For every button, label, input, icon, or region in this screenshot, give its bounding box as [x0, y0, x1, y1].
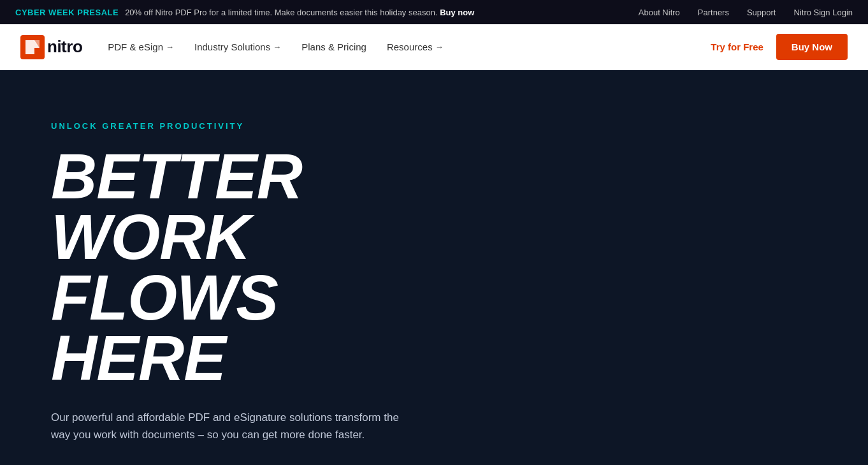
- industry-solutions-arrow-icon: →: [273, 42, 281, 52]
- buy-now-button[interactable]: Buy Now: [776, 34, 848, 60]
- hero-eyebrow: UNLOCK GREATER PRODUCTIVITY: [51, 121, 465, 131]
- logo-text: nitro: [47, 37, 82, 57]
- nav-links: PDF & eSign → Industry Solutions → Plans…: [108, 41, 443, 52]
- pdf-esign-arrow-icon: →: [166, 42, 174, 52]
- nav-link-plans-pricing[interactable]: Plans & Pricing: [301, 41, 366, 52]
- nitro-sign-login-link[interactable]: Nitro Sign Login: [794, 8, 853, 17]
- hero-section: UNLOCK GREATER PRODUCTIVITY BETTER WORK …: [0, 70, 868, 465]
- banner-right-links: About Nitro Partners Support Nitro Sign …: [639, 8, 853, 17]
- about-nitro-link[interactable]: About Nitro: [639, 8, 680, 17]
- nav-link-industry-solutions[interactable]: Industry Solutions →: [194, 41, 281, 52]
- nav-link-pdf-esign[interactable]: PDF & eSign →: [108, 41, 174, 52]
- partners-link[interactable]: Partners: [698, 8, 729, 17]
- top-banner: CYBER WEEK PRESALE 20% off Nitro PDF Pro…: [0, 0, 868, 24]
- cyber-week-label: CYBER WEEK PRESALE: [15, 8, 119, 17]
- hero-content: UNLOCK GREATER PRODUCTIVITY BETTER WORK …: [51, 121, 465, 465]
- banner-message: 20% off Nitro PDF Pro for a limited time…: [125, 8, 474, 17]
- hero-headline-line2: FLOWS HERE: [51, 262, 278, 394]
- hero-headline: BETTER WORK FLOWS HERE: [51, 146, 465, 388]
- nitro-logo-icon: [20, 35, 45, 59]
- nav-link-resources[interactable]: Resources →: [387, 41, 444, 52]
- main-nav: nitro PDF & eSign → Industry Solutions →…: [0, 24, 868, 70]
- hero-subtext: Our powerful and affordable PDF and eSig…: [51, 409, 408, 443]
- banner-buy-now-link[interactable]: Buy now: [440, 8, 474, 17]
- nav-right: Try for Free Buy Now: [711, 34, 848, 60]
- nav-left: nitro PDF & eSign → Industry Solutions →…: [20, 35, 444, 59]
- try-free-link[interactable]: Try for Free: [711, 41, 763, 52]
- resources-arrow-icon: →: [435, 42, 444, 52]
- logo-link[interactable]: nitro: [20, 35, 82, 59]
- hero-headline-line1: BETTER WORK: [51, 140, 302, 272]
- support-link[interactable]: Support: [747, 8, 776, 17]
- banner-left: CYBER WEEK PRESALE 20% off Nitro PDF Pro…: [15, 8, 474, 17]
